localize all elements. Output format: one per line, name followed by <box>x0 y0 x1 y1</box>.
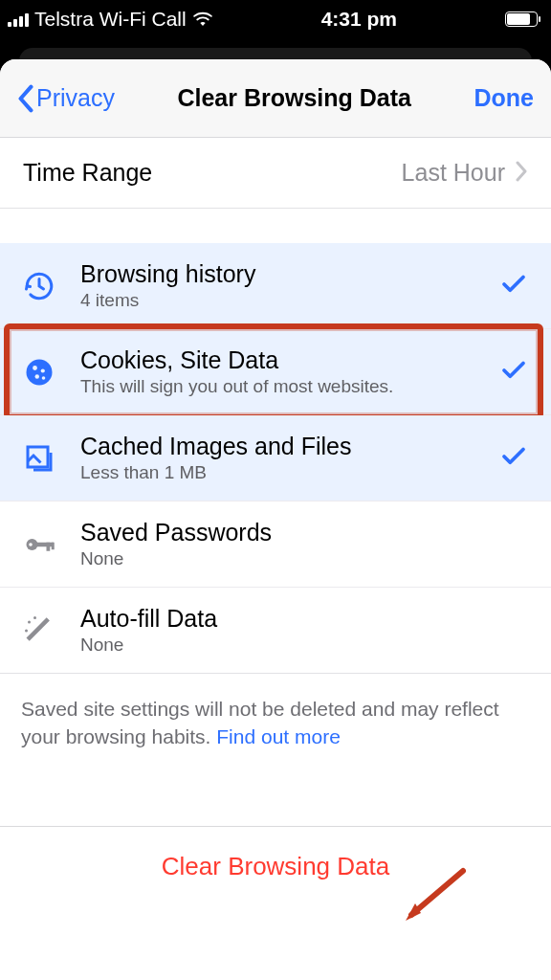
history-icon <box>19 266 59 306</box>
back-button[interactable]: Privacy <box>17 84 115 113</box>
option-browsing-history[interactable]: Browsing history 4 items <box>0 243 551 329</box>
back-label: Privacy <box>36 84 115 112</box>
page-title: Clear Browsing Data <box>177 84 411 112</box>
option-cached-images[interactable]: Cached Images and Files Less than 1 MB <box>0 415 551 501</box>
done-button[interactable]: Done <box>474 84 534 112</box>
check-icon <box>499 356 528 389</box>
nav-bar: Privacy Clear Browsing Data Done <box>0 59 551 138</box>
svg-rect-9 <box>52 542 55 549</box>
chevron-right-icon <box>515 161 528 186</box>
footer-note: Saved site settings will not be deleted … <box>0 674 551 772</box>
option-title: Cookies, Site Data <box>80 346 393 374</box>
svg-point-4 <box>42 376 46 380</box>
svg-point-14 <box>25 629 28 632</box>
time-range-row[interactable]: Time Range Last Hour <box>0 138 551 209</box>
chevron-left-icon <box>17 84 34 113</box>
svg-point-3 <box>35 374 40 379</box>
option-title: Saved Passwords <box>80 519 272 546</box>
stacked-images-icon <box>19 438 59 479</box>
option-subtitle: This will sign you out of most websites. <box>80 376 393 397</box>
cookie-icon <box>19 352 59 392</box>
option-autofill-data[interactable]: Auto-fill Data None <box>0 588 551 674</box>
signal-strength-icon <box>8 11 29 27</box>
option-subtitle: None <box>80 548 272 569</box>
time-range-label: Time Range <box>23 159 152 187</box>
check-icon <box>499 270 528 302</box>
option-subtitle: 4 items <box>80 290 255 311</box>
svg-rect-7 <box>36 542 54 546</box>
svg-rect-8 <box>47 542 51 550</box>
settings-card: Privacy Clear Browsing Data Done Time Ra… <box>0 59 551 980</box>
find-out-more-link[interactable]: Find out more <box>216 725 341 747</box>
clear-browsing-data-button[interactable]: Clear Browsing Data <box>0 826 551 906</box>
svg-point-10 <box>29 543 33 546</box>
svg-point-12 <box>28 620 31 623</box>
battery-icon <box>505 11 538 27</box>
wand-icon <box>19 611 59 651</box>
key-icon <box>19 524 59 565</box>
option-title: Auto-fill Data <box>80 605 217 633</box>
option-title: Cached Images and Files <box>80 433 351 460</box>
clock: 4:31 pm <box>321 8 397 31</box>
option-saved-passwords[interactable]: Saved Passwords None <box>0 501 551 588</box>
svg-point-2 <box>41 368 45 372</box>
status-bar: Telstra Wi-Fi Call 4:31 pm <box>0 0 551 38</box>
carrier-label: Telstra Wi-Fi Call <box>34 8 187 31</box>
option-subtitle: Less than 1 MB <box>80 462 351 483</box>
option-subtitle: None <box>80 635 217 656</box>
svg-point-13 <box>33 616 36 619</box>
option-title: Browsing history <box>80 260 255 288</box>
svg-point-0 <box>27 359 53 385</box>
wifi-icon <box>192 11 213 27</box>
svg-point-1 <box>33 366 37 370</box>
time-range-value: Last Hour <box>402 159 505 187</box>
option-cookies-site-data[interactable]: Cookies, Site Data This will sign you ou… <box>0 329 551 415</box>
check-icon <box>499 442 528 475</box>
